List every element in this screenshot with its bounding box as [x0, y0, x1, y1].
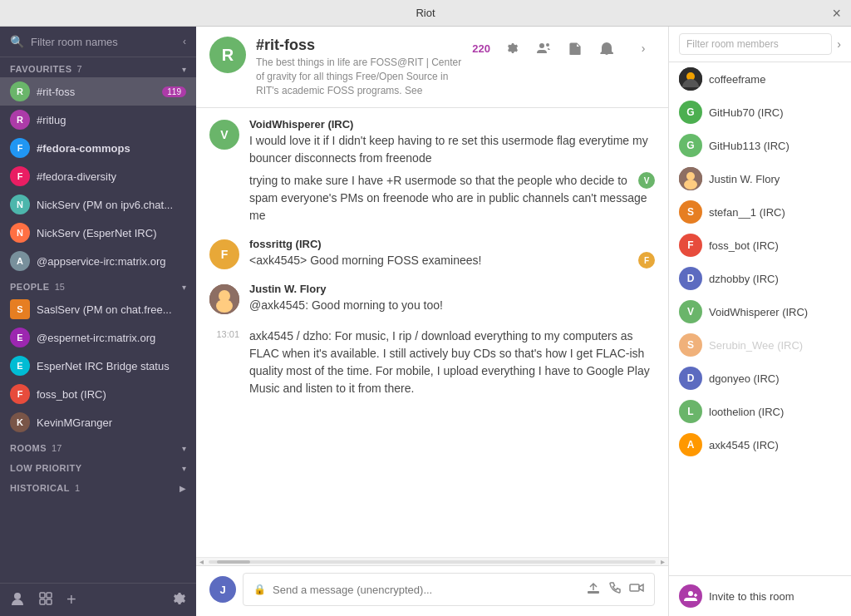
- member-item[interactable]: S Serubin_Wee (IRC): [669, 328, 851, 362]
- settings-icon[interactable]: [171, 591, 186, 609]
- message-group: V VoidWhisperer (IRC) I would love it if…: [209, 118, 655, 224]
- favourites-label: FAVOURITES: [10, 64, 71, 74]
- avatar: [209, 284, 239, 314]
- member-name: dgonyeo (IRC): [709, 372, 841, 385]
- member-item[interactable]: coffeeframe: [669, 62, 851, 96]
- member-avatar: F: [679, 234, 702, 257]
- historical-section: HISTORICAL 1 ▶: [0, 476, 196, 496]
- sidebar-item-foss-bot[interactable]: F foss_bot (IRC): [0, 380, 196, 408]
- people-header[interactable]: PEOPLE 15 ▾: [0, 275, 196, 295]
- sidebar-item-ritlug[interactable]: R #ritlug: [0, 106, 196, 134]
- message-text: trying to make sure I have +R usermode s…: [249, 172, 655, 224]
- sidebar-item-saslserv[interactable]: S SaslServ (PM on chat.free...: [0, 295, 196, 323]
- members-filter-input[interactable]: [679, 33, 832, 55]
- invite-to-room-button[interactable]: Invite to this room: [669, 575, 851, 616]
- rooms-section: ROOMS 17 ▾: [0, 436, 196, 456]
- room-avatar: R: [209, 37, 246, 73]
- member-item[interactable]: A axk4545 (IRC): [669, 428, 851, 461]
- sidebar-item-fedora-commops[interactable]: F #fedora-commops: [0, 134, 196, 162]
- titlebar: Riot ×: [0, 0, 851, 27]
- sidebar-item-label: #rit-foss: [37, 86, 155, 98]
- avatar: R: [10, 110, 30, 130]
- svg-rect-1: [40, 593, 45, 598]
- members-button[interactable]: [532, 37, 555, 60]
- message-text: axk4545 / dzho: For music, I rip / downl…: [249, 328, 655, 397]
- favourites-header[interactable]: FAVOURITES 7 ▾: [0, 57, 196, 77]
- message-content: fossrittg (IRC) <axk4545> Good morning F…: [249, 238, 655, 269]
- member-avatar: D: [679, 267, 702, 290]
- panel-collapse-icon[interactable]: ›: [837, 37, 841, 51]
- user-profile-icon[interactable]: [10, 591, 25, 609]
- message-input[interactable]: [273, 584, 579, 596]
- horizontal-scrollbar[interactable]: ◂ ▸: [196, 557, 668, 565]
- member-item[interactable]: G GitHub113 (IRC): [669, 129, 851, 162]
- people-count: 15: [55, 282, 65, 292]
- sidebar-item-rit-foss[interactable]: R #rit-foss 119: [0, 77, 196, 106]
- sidebar-item-nickserv-espernet[interactable]: N NickServ (EsperNet IRC): [0, 219, 196, 247]
- member-name: Serubin_Wee (IRC): [709, 339, 841, 352]
- svg-point-7: [216, 299, 233, 313]
- room-name: #rit-foss: [256, 37, 462, 54]
- sidebar-item-fedora-diversity[interactable]: F #fedora-diversity: [0, 162, 196, 190]
- files-button[interactable]: [563, 37, 587, 60]
- message-sender: Justin W. Flory: [249, 283, 655, 295]
- member-item[interactable]: D dzhobby (IRC): [669, 262, 851, 295]
- avatar: E: [10, 328, 30, 347]
- avatar: F: [10, 138, 30, 158]
- sidebar-item-label: @appservice-irc:matrix.org: [37, 255, 186, 268]
- member-item[interactable]: Justin W. Flory: [669, 162, 851, 195]
- search-input[interactable]: [31, 36, 176, 48]
- sidebar-item-nickserv-ipv6[interactable]: N NickServ (PM on ipv6.chat...: [0, 190, 196, 219]
- upload-icon[interactable]: [586, 580, 601, 599]
- video-icon[interactable]: [629, 580, 644, 599]
- message-text: I would love it if I didn't keep having …: [249, 132, 655, 167]
- panel-toggle-button[interactable]: ›: [632, 37, 655, 60]
- member-item[interactable]: S stefan__1 (IRC): [669, 195, 851, 229]
- collapse-icon[interactable]: ‹: [183, 36, 186, 47]
- people-section: PEOPLE 15 ▾ S SaslServ (PM on chat.free.…: [0, 275, 196, 436]
- avatar: S: [10, 299, 30, 319]
- member-name: foss_bot (IRC): [709, 239, 841, 252]
- historical-header[interactable]: HISTORICAL 1 ▶: [0, 476, 196, 496]
- sidebar-item-espernet-bridge[interactable]: E EsperNet IRC Bridge status: [0, 352, 196, 380]
- message-input-area: J 🔒: [196, 565, 668, 616]
- add-room-icon[interactable]: +: [66, 590, 76, 609]
- sidebar-item-kevinmgranger[interactable]: K KevinMGranger: [0, 408, 196, 436]
- member-name: dzhobby (IRC): [709, 273, 841, 285]
- svg-point-0: [14, 593, 21, 599]
- avatar: E: [10, 356, 30, 376]
- rooms-chevron-icon: ▾: [182, 444, 186, 453]
- message-content: VoidWhisperer (IRC) I would love it if I…: [249, 118, 655, 224]
- member-item[interactable]: G GitHub70 (IRC): [669, 96, 851, 129]
- avatar: F: [209, 239, 239, 269]
- room-header: R #rit-foss The best things in life are …: [196, 27, 668, 108]
- member-avatar: D: [679, 367, 702, 390]
- member-item[interactable]: D dgonyeo (IRC): [669, 362, 851, 395]
- settings-button[interactable]: [500, 37, 524, 60]
- low-priority-header[interactable]: LOW PRIORITY ▾: [0, 456, 196, 476]
- members-panel-header: ›: [669, 27, 851, 62]
- member-avatar: S: [679, 333, 702, 357]
- sidebar-item-espernet-irc[interactable]: E @espernet-irc:matrix.org: [0, 323, 196, 352]
- member-avatar: G: [679, 134, 702, 157]
- sidebar-item-label: #fedora-commops: [37, 142, 186, 155]
- member-name: stefan__1 (IRC): [709, 206, 841, 219]
- close-button[interactable]: ×: [832, 6, 841, 21]
- member-name: coffeeframe: [709, 73, 841, 86]
- notifications-button[interactable]: [595, 37, 618, 60]
- sidebar-item-label: NickServ (PM on ipv6.chat...: [37, 199, 186, 211]
- message-group: F fossrittg (IRC) <axk4545> Good morning…: [209, 238, 655, 269]
- sidebar-item-label: #fedora-diversity: [37, 170, 186, 183]
- member-item[interactable]: F foss_bot (IRC): [669, 229, 851, 262]
- member-item[interactable]: V VoidWhisperer (IRC): [669, 295, 851, 328]
- scroll-thumb[interactable]: [217, 560, 250, 564]
- rooms-icon[interactable]: [38, 591, 53, 609]
- message-time: 13:01: [209, 328, 239, 397]
- member-avatar: V: [679, 300, 702, 323]
- avatar: R: [10, 81, 30, 101]
- member-item[interactable]: L loothelion (IRC): [669, 395, 851, 428]
- rooms-header[interactable]: ROOMS 17 ▾: [0, 436, 196, 456]
- sidebar-item-appservice[interactable]: A @appservice-irc:matrix.org: [0, 247, 196, 275]
- unread-badge: 119: [162, 86, 186, 97]
- phone-icon[interactable]: [608, 580, 622, 599]
